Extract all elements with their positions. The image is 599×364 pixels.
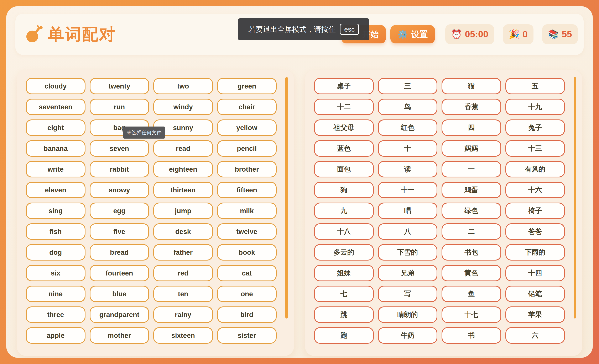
word-card[interactable]: 下雪的 bbox=[378, 244, 438, 261]
right-panel-scrollbar[interactable] bbox=[574, 77, 576, 319]
word-card[interactable]: 桌子 bbox=[314, 78, 374, 94]
word-card[interactable]: chair bbox=[217, 99, 277, 115]
word-card[interactable]: 鸡蛋 bbox=[441, 182, 501, 198]
word-card[interactable]: 红色 bbox=[378, 119, 438, 136]
word-card[interactable]: ten bbox=[153, 286, 213, 302]
word-card[interactable]: apple bbox=[26, 327, 86, 344]
word-card[interactable]: 十八 bbox=[314, 223, 374, 240]
word-card[interactable]: sing bbox=[26, 203, 86, 219]
word-card[interactable]: 十三 bbox=[505, 140, 565, 157]
word-card[interactable]: egg bbox=[90, 203, 149, 219]
word-card[interactable]: twelve bbox=[217, 223, 277, 240]
word-card[interactable]: green bbox=[217, 78, 277, 94]
word-card[interactable]: nine bbox=[26, 286, 86, 302]
word-card[interactable]: 兄弟 bbox=[378, 265, 438, 281]
word-card[interactable]: 下雨的 bbox=[505, 244, 565, 261]
word-card[interactable]: eight bbox=[26, 119, 86, 136]
word-card[interactable]: 香蕉 bbox=[441, 99, 501, 115]
word-card[interactable]: red bbox=[153, 265, 213, 281]
word-card[interactable]: eleven bbox=[26, 182, 86, 198]
word-card[interactable]: 九 bbox=[314, 203, 374, 219]
word-card[interactable]: 鱼 bbox=[441, 286, 501, 302]
word-card[interactable]: 绿色 bbox=[441, 203, 501, 219]
word-card[interactable]: 十二 bbox=[314, 99, 374, 115]
word-card[interactable]: cat bbox=[217, 265, 277, 281]
word-card[interactable]: sister bbox=[217, 327, 277, 344]
word-card[interactable]: 六 bbox=[505, 327, 565, 344]
word-card[interactable]: six bbox=[26, 265, 86, 281]
word-card[interactable]: father bbox=[153, 244, 213, 261]
word-card[interactable]: write bbox=[26, 161, 86, 178]
word-card[interactable]: milk bbox=[217, 203, 277, 219]
word-card[interactable]: cloudy bbox=[26, 78, 86, 94]
word-card[interactable]: twenty bbox=[90, 78, 149, 94]
word-card[interactable]: seven bbox=[90, 140, 149, 157]
word-card[interactable]: snowy bbox=[90, 182, 149, 198]
word-card[interactable]: seventeen bbox=[26, 99, 86, 115]
word-card[interactable]: thirteen bbox=[153, 182, 213, 198]
word-card[interactable]: 椅子 bbox=[505, 203, 565, 219]
word-card[interactable]: 一 bbox=[441, 161, 501, 178]
word-card[interactable]: 七 bbox=[314, 286, 374, 302]
word-card[interactable]: five bbox=[90, 223, 149, 240]
word-card[interactable]: 十七 bbox=[441, 306, 501, 323]
word-card[interactable]: 四 bbox=[441, 119, 501, 136]
word-card[interactable]: 兔子 bbox=[505, 119, 565, 136]
word-card[interactable]: 读 bbox=[378, 161, 438, 178]
word-card[interactable]: bread bbox=[90, 244, 149, 261]
word-card[interactable]: dog bbox=[26, 244, 86, 261]
word-card[interactable]: 五 bbox=[505, 78, 565, 94]
word-card[interactable]: rainy bbox=[153, 306, 213, 323]
word-card[interactable]: 黄色 bbox=[441, 265, 501, 281]
word-card[interactable]: 十一 bbox=[378, 182, 438, 198]
word-card[interactable]: 十 bbox=[378, 140, 438, 157]
word-card[interactable]: bird bbox=[217, 306, 277, 323]
word-card[interactable]: run bbox=[90, 99, 149, 115]
word-card[interactable]: jump bbox=[153, 203, 213, 219]
word-card[interactable]: 十四 bbox=[505, 265, 565, 281]
word-card[interactable]: sixteen bbox=[153, 327, 213, 344]
word-card[interactable]: blue bbox=[90, 286, 149, 302]
word-card[interactable]: 面包 bbox=[314, 161, 374, 178]
word-card[interactable]: brother bbox=[217, 161, 277, 178]
word-card[interactable]: 妈妈 bbox=[441, 140, 501, 157]
word-card[interactable]: 跳 bbox=[314, 306, 374, 323]
word-card[interactable]: 猫 bbox=[441, 78, 501, 94]
word-card[interactable]: fifteen bbox=[217, 182, 277, 198]
word-card[interactable]: fish bbox=[26, 223, 86, 240]
word-card[interactable]: 十六 bbox=[505, 182, 565, 198]
word-card[interactable]: mother bbox=[90, 327, 149, 344]
word-card[interactable]: 牛奶 bbox=[378, 327, 438, 344]
word-card[interactable]: 写 bbox=[378, 286, 438, 302]
word-card[interactable]: 多云的 bbox=[314, 244, 374, 261]
word-card[interactable]: 姐妹 bbox=[314, 265, 374, 281]
word-card[interactable]: book bbox=[217, 244, 277, 261]
word-card[interactable]: 铅笔 bbox=[505, 286, 565, 302]
word-card[interactable]: 蓝色 bbox=[314, 140, 374, 157]
word-card[interactable]: 书包 bbox=[441, 244, 501, 261]
word-card[interactable]: yellow bbox=[217, 119, 277, 136]
word-card[interactable]: one bbox=[217, 286, 277, 302]
word-card[interactable]: 唱 bbox=[378, 203, 438, 219]
word-card[interactable]: desk bbox=[153, 223, 213, 240]
word-card[interactable]: 有风的 bbox=[505, 161, 565, 178]
left-panel-scrollbar[interactable] bbox=[285, 77, 288, 319]
word-card[interactable]: fourteen bbox=[90, 265, 149, 281]
word-card[interactable]: 二 bbox=[441, 223, 501, 240]
word-card[interactable]: 三 bbox=[378, 78, 438, 94]
word-card[interactable]: 狗 bbox=[314, 182, 374, 198]
word-card[interactable]: 鸟 bbox=[378, 99, 438, 115]
word-card[interactable]: banana bbox=[26, 140, 86, 157]
word-card[interactable]: eighteen bbox=[153, 161, 213, 178]
word-card[interactable]: 书 bbox=[441, 327, 501, 344]
word-card[interactable]: windy bbox=[153, 99, 213, 115]
word-card[interactable]: 跑 bbox=[314, 327, 374, 344]
word-card[interactable]: 苹果 bbox=[505, 306, 565, 323]
word-card[interactable]: 晴朗的 bbox=[378, 306, 438, 323]
word-card[interactable]: two bbox=[153, 78, 213, 94]
settings-button[interactable]: ⚙️ 设置 bbox=[390, 25, 435, 43]
word-card[interactable]: three bbox=[26, 306, 86, 323]
word-card[interactable]: read bbox=[153, 140, 213, 157]
word-card[interactable]: 爸爸 bbox=[505, 223, 565, 240]
word-card[interactable]: pencil bbox=[217, 140, 277, 157]
